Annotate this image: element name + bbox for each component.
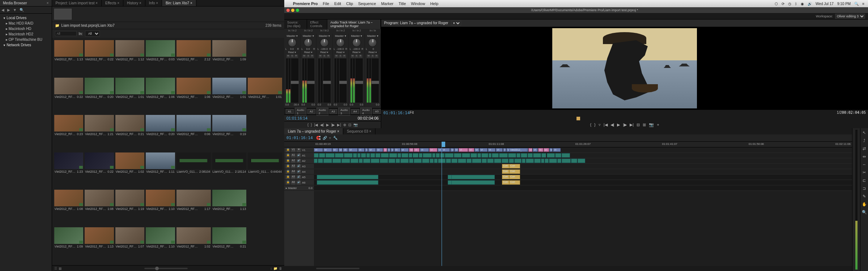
timeline-clip[interactable] [445, 153, 454, 158]
timeline-clip[interactable] [494, 159, 502, 163]
track-toggle[interactable]: A3 [291, 164, 295, 168]
timeline-clip[interactable]: Vi [368, 148, 376, 152]
filter-icon[interactable]: ▼ [13, 8, 17, 12]
clip-item[interactable]: Viet2012_RFBC05961:01 [248, 78, 282, 114]
timeline-clip[interactable]: Vi [343, 148, 348, 152]
timeline-clip[interactable] [521, 153, 528, 158]
track-target[interactable]: 🔊 [297, 175, 301, 179]
solo-button[interactable]: S [323, 55, 326, 58]
mute-button[interactable]: M [319, 55, 322, 58]
timeline-clip[interactable] [423, 153, 432, 158]
menu-item[interactable]: Clip [346, 1, 353, 6]
channel-name[interactable]: Master ▾ [367, 34, 378, 38]
clip-item[interactable]: Viet2012_RFBC03100:20 [146, 115, 175, 151]
timeline-clip[interactable] [534, 159, 541, 163]
timeline-clip[interactable] [562, 153, 570, 158]
spotlight-icon[interactable]: 🔍 [854, 2, 859, 6]
menu-item[interactable]: Window [411, 1, 425, 6]
timeline-clip[interactable] [578, 159, 585, 163]
timeline-clip[interactable]: Vi [429, 148, 437, 152]
clip-item[interactable]: Viet2012_RFBC03851:21 [85, 115, 114, 151]
clip-item[interactable]: Viet2012_RFBC07191:06 [146, 78, 175, 114]
timeline-clip[interactable] [323, 159, 332, 163]
zoom-tool-icon[interactable]: 🔍 [861, 210, 867, 216]
track-lane[interactable] [314, 158, 852, 164]
workspace-dropdown[interactable]: Oliver editing 3 [835, 14, 865, 19]
timeline-clip[interactable]: Con [509, 175, 520, 179]
timeline-clip[interactable]: Vi [391, 148, 393, 152]
timeline-clip[interactable]: Vi [475, 148, 479, 152]
timeline-clip[interactable] [562, 159, 571, 163]
track-lock-icon[interactable]: 🔒 [286, 170, 290, 174]
timeline-clip[interactable] [549, 159, 557, 163]
selection-tool-icon[interactable]: ↖ [861, 130, 867, 136]
play-icon[interactable]: ▶ [326, 123, 329, 127]
timeline-clip[interactable] [397, 153, 401, 158]
timeline-clip[interactable] [357, 153, 361, 158]
clip-item[interactable]: Viet2012_RFBC04351:01 [212, 78, 247, 114]
track-header[interactable]: 🔒A1🔊A1 [284, 153, 314, 158]
timeline-clip[interactable] [436, 153, 440, 158]
timeline-clip[interactable] [314, 153, 319, 158]
track-lock-icon[interactable]: 🔒 [286, 181, 290, 185]
track-header[interactable]: 🔒A6🔊A6 [284, 180, 314, 185]
project-tab[interactable]: Bin: Liam Xto7 × [162, 0, 196, 6]
timeline-clip[interactable]: Vi [549, 148, 553, 152]
overwrite-icon[interactable]: ⊡ [348, 123, 351, 127]
pan-knob[interactable] [336, 38, 345, 47]
timeline-clip[interactable]: Vi [544, 148, 549, 152]
goto-in-icon[interactable]: |◀ [314, 123, 318, 127]
timeline-clip[interactable] [371, 159, 379, 163]
track-lane[interactable]: ConCon [314, 180, 852, 185]
timeline-clip[interactable] [528, 153, 532, 158]
timeline-clip[interactable]: Vi [394, 148, 400, 152]
automation-mode[interactable]: Read ▾ [369, 51, 377, 54]
clip-item[interactable]: Viet2012_RFBC07651:02 [115, 152, 145, 189]
timeline-clip[interactable]: Vi [468, 148, 474, 152]
automation-mode[interactable]: Read ▾ [352, 51, 361, 54]
project-tab[interactable]: History × [123, 0, 145, 6]
timemachine-icon[interactable]: ◷ [788, 2, 791, 6]
solo-button[interactable]: S [355, 55, 358, 58]
timeline-clip[interactable]: Vi [409, 148, 413, 152]
channel-name[interactable]: Master ▾ [319, 34, 330, 38]
rolling-tool-icon[interactable]: ⇔ [861, 154, 867, 160]
clip-item[interactable]: Viet2012_RFBC07791:23 [54, 152, 84, 189]
program-tc[interactable]: 01:01:16:14 [383, 111, 410, 115]
marker-icon[interactable]: ▿ [329, 136, 331, 140]
timeline-clip[interactable] [545, 159, 549, 163]
track-toggle[interactable]: A1 [291, 154, 295, 158]
timeline-clip[interactable] [335, 153, 344, 158]
timeline-clip[interactable]: Con [502, 175, 509, 179]
add-marker-icon[interactable]: ▿ [599, 122, 601, 127]
clip-item[interactable]: Viet2012_RFBC0786_s...1:11 [146, 152, 175, 189]
clip-item[interactable]: Viet2012_RFBC04851:09 [212, 40, 247, 76]
hand-tool-icon[interactable]: ✋ [861, 202, 867, 208]
timeline-clip[interactable] [458, 159, 466, 163]
timeline-clip[interactable] [353, 153, 357, 158]
back-icon[interactable]: ◀ [1, 8, 4, 12]
bluetooth-icon[interactable]: ᛒ [795, 2, 797, 6]
settings-icon[interactable]: 🔧 [333, 136, 337, 140]
timeline-clip[interactable] [492, 153, 499, 158]
timeline-clip[interactable] [413, 153, 418, 158]
list-view-icon[interactable]: ☰ [54, 267, 57, 270]
timeline-tab[interactable]: Sequence 03 × [343, 128, 375, 134]
clip-item[interactable]: Viet2012_RFBC04151:13 [85, 227, 114, 263]
clip-item[interactable]: Viet2012_RFBC07430:21 [212, 227, 247, 263]
timeline-clip[interactable]: Vi [459, 148, 468, 152]
timeline-clip[interactable] [401, 153, 408, 158]
timeline-clip[interactable] [516, 153, 520, 158]
timeline-clip[interactable] [533, 153, 541, 158]
timeline-clip[interactable]: Vi [414, 148, 420, 152]
timeline-clip[interactable] [481, 153, 488, 158]
lift-icon[interactable]: ⊟ [637, 122, 640, 127]
slide-tool-icon[interactable]: ⊐ [861, 186, 867, 192]
track-lane[interactable] [314, 153, 852, 158]
step-fwd-icon[interactable]: |▶ [623, 122, 627, 127]
mute-button[interactable]: M [351, 55, 354, 58]
timeline-clip[interactable] [361, 153, 366, 158]
export-frame-icon[interactable]: 📷 [353, 123, 358, 127]
track-assign-button[interactable]: A2 [307, 109, 315, 114]
timeline-ruler[interactable]: 01:00:49:1901:00:56:0801:01:11:0801:01:2… [284, 142, 852, 147]
